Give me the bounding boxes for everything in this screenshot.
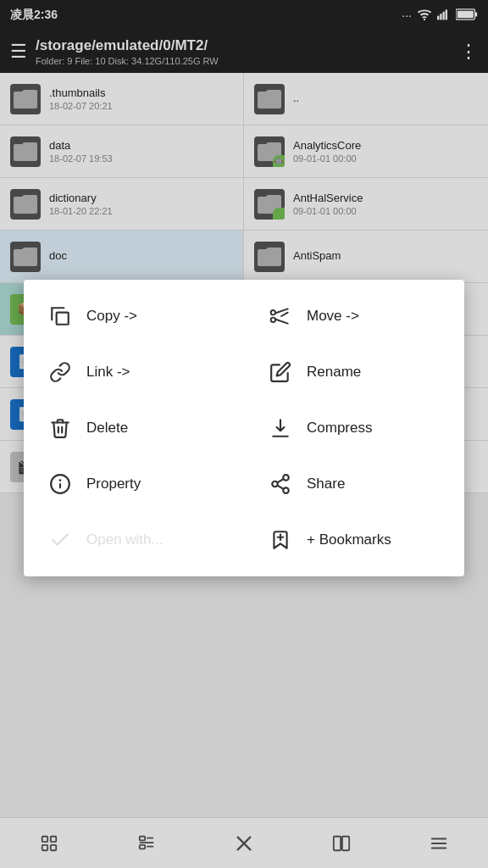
move-label: Move -> [307,308,359,325]
copy-icon [47,303,73,329]
rename-label: Rename [307,364,361,381]
delete-label: Delete [86,420,128,437]
property-menu-item[interactable]: Property [24,456,244,512]
openwith-menu-item[interactable]: Open with... [24,512,244,568]
svg-rect-8 [57,313,69,325]
bookmarks-icon [268,527,293,553]
share-menu-item[interactable]: Share [244,456,464,512]
property-icon [47,471,73,497]
bookmarks-menu-item[interactable]: + Bookmarks [244,512,464,568]
svg-point-16 [283,487,289,493]
menu-items-grid: Copy -> Move -> Link -> [24,288,464,568]
share-icon [268,471,293,497]
svg-point-14 [283,475,289,481]
property-label: Property [86,476,141,492]
copy-menu-item[interactable]: Copy -> [24,288,244,344]
rename-menu-item[interactable]: Rename [244,344,464,400]
openwith-label: Open with... [86,531,164,548]
context-menu: Copy -> Move -> Link -> [24,280,464,576]
svg-line-18 [277,479,283,482]
compress-icon [268,415,293,441]
link-label: Link -> [86,364,130,381]
move-menu-item[interactable]: Move -> [244,288,464,344]
rename-icon [268,359,293,385]
svg-line-17 [277,486,283,489]
copy-label: Copy -> [86,308,137,325]
link-icon [47,359,73,385]
compress-menu-item[interactable]: Compress [244,400,464,456]
share-label: Share [307,476,345,492]
delete-menu-item[interactable]: Delete [24,400,244,456]
svg-point-10 [271,318,275,322]
delete-icon [47,415,73,441]
svg-point-9 [271,310,275,314]
link-menu-item[interactable]: Link -> [24,344,244,400]
compress-label: Compress [307,420,372,437]
bookmarks-label: + Bookmarks [307,531,391,548]
svg-point-15 [272,481,278,487]
move-icon [268,303,293,329]
openwith-icon [47,527,73,553]
